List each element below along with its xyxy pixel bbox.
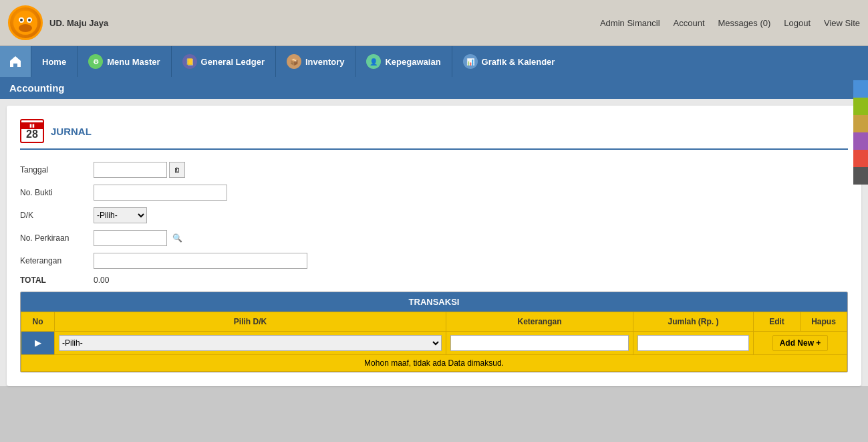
nav-inventory[interactable]: 📦 Inventory <box>275 46 355 77</box>
tanggal-input[interactable] <box>94 162 167 178</box>
nav-grafik-kalender-label: Grafik & Kalender <box>482 57 555 67</box>
admin-label: Admin Simancil <box>600 18 660 28</box>
svg-point-6 <box>15 21 20 25</box>
arrow-cell: ▶ <box>21 332 55 355</box>
col-no: No <box>21 312 55 332</box>
table-jumlah-input[interactable] <box>637 335 749 351</box>
total-label: TOTAL <box>20 275 94 285</box>
col-keterangan: Keterangan <box>446 312 633 332</box>
journal-header: ▮▮ 28 JURNAL <box>20 119 848 150</box>
dk-select[interactable]: -Pilih- Debit Kredit <box>94 207 147 223</box>
keterangan-cell <box>446 332 633 355</box>
navbar: Home ⚙ Menu Master 📒 General Ledger 📦 In… <box>0 46 868 77</box>
company-name: UD. Maju Jaya <box>49 18 108 28</box>
add-new-cell: Add New + <box>754 332 847 355</box>
main-content: Accounting ▮▮ 28 JURNAL Tanggal 🗓 No. Bu… <box>0 77 868 386</box>
tanggal-row: Tanggal 🗓 <box>20 162 848 178</box>
arrow-icon: ▶ <box>35 338 41 348</box>
form-area: ▮▮ 28 JURNAL Tanggal 🗓 No. Bukti D/K -Pi… <box>7 106 861 386</box>
col-pilih-dk: Pilih D/K <box>55 312 446 332</box>
nav-home-label: Home <box>42 57 66 67</box>
transaksi-table: No Pilih D/K Keterangan Jumlah (Rp. ) Ed… <box>21 312 847 372</box>
strip-green[interactable] <box>853 98 868 115</box>
calendar-button[interactable]: 🗓 <box>169 162 185 178</box>
book-icon: 📒 <box>182 54 197 69</box>
home-button[interactable] <box>0 46 31 77</box>
strip-red[interactable] <box>853 150 868 167</box>
nav-menu-master[interactable]: ⚙ Menu Master <box>77 46 170 77</box>
nav-menu-master-label: Menu Master <box>107 57 160 67</box>
nav-general-ledger[interactable]: 📒 General Ledger <box>171 46 275 77</box>
strip-purple[interactable] <box>853 132 868 150</box>
svg-point-5 <box>28 19 31 21</box>
table-keterangan-input[interactable] <box>450 335 629 351</box>
no-bukti-row: No. Bukti <box>20 185 848 201</box>
calendar-icon: ▮▮ 28 <box>20 119 44 143</box>
messages-link[interactable]: Messages (0) <box>718 18 771 28</box>
transaksi-header: TRANSAKSI <box>21 292 847 312</box>
keterangan-input[interactable] <box>94 253 307 269</box>
nav-kepegawaian-label: Kepegawaian <box>385 57 440 67</box>
dk-label: D/K <box>20 211 94 220</box>
svg-point-1 <box>19 24 32 32</box>
header-left: UD. Maju Jaya <box>8 5 108 40</box>
no-perkiraan-label: No. Perkiraan <box>20 233 94 243</box>
section-title: Accounting <box>9 82 65 94</box>
strip-blue[interactable] <box>853 80 868 98</box>
logout-link[interactable]: Logout <box>784 18 811 28</box>
strip-gray[interactable] <box>853 167 868 185</box>
tanggal-label: Tanggal <box>20 165 94 175</box>
no-perkiraan-input[interactable] <box>94 230 167 246</box>
total-row: TOTAL 0.00 <box>20 275 848 285</box>
no-data-row: Mohon maaf, tidak ada Data dimaksud. <box>21 355 847 372</box>
person-icon: 👤 <box>366 54 381 69</box>
search-button[interactable]: 🔍 <box>170 231 184 245</box>
svg-point-4 <box>20 19 23 21</box>
header: UD. Maju Jaya Admin Simancil Account Mes… <box>0 0 868 46</box>
table-dk-select[interactable]: -Pilih- Debit Kredit <box>59 335 442 351</box>
col-edit: Edit <box>754 312 801 332</box>
chart-icon: 📊 <box>463 54 478 69</box>
svg-point-7 <box>31 21 36 25</box>
col-hapus: Hapus <box>801 312 847 332</box>
nav-home[interactable]: Home <box>31 46 77 77</box>
section-header: Accounting <box>0 77 868 99</box>
journal-title: JURNAL <box>51 126 92 137</box>
no-data-message: Mohon maaf, tidak ada Data dimaksud. <box>21 355 847 372</box>
box-icon: 📦 <box>287 54 301 69</box>
col-jumlah: Jumlah (Rp. ) <box>633 312 754 332</box>
nav-kepegawaian[interactable]: 👤 Kepegawaian <box>355 46 451 77</box>
transaksi-container: TRANSAKSI No Pilih D/K Keterangan Jumlah… <box>20 292 848 372</box>
right-strips <box>853 80 868 185</box>
dk-cell: -Pilih- Debit Kredit <box>55 332 446 355</box>
account-link[interactable]: Account <box>674 18 705 28</box>
logo <box>8 5 43 40</box>
table-row: ▶ -Pilih- Debit Kredit <box>21 332 847 355</box>
nav-grafik-kalender[interactable]: 📊 Grafik & Kalender <box>452 46 566 77</box>
gear-icon: ⚙ <box>88 54 103 69</box>
no-bukti-label: No. Bukti <box>20 188 94 197</box>
jumlah-cell <box>633 332 754 355</box>
keterangan-label: Keterangan <box>20 256 94 265</box>
viewsite-link[interactable]: View Site <box>824 18 860 28</box>
cal-num: 28 <box>26 129 38 140</box>
strip-tan[interactable] <box>853 115 868 132</box>
no-bukti-input[interactable] <box>94 185 227 201</box>
nav-inventory-label: Inventory <box>305 57 345 67</box>
nav-general-ledger-label: General Ledger <box>201 57 265 67</box>
total-value: 0.00 <box>94 275 109 285</box>
header-right: Admin Simancil Account Messages (0) Logo… <box>600 18 860 28</box>
no-perkiraan-row: No. Perkiraan 🔍 <box>20 230 848 246</box>
dk-row: D/K -Pilih- Debit Kredit <box>20 207 848 223</box>
add-new-button[interactable]: Add New + <box>772 335 829 351</box>
keterangan-row: Keterangan <box>20 253 848 269</box>
